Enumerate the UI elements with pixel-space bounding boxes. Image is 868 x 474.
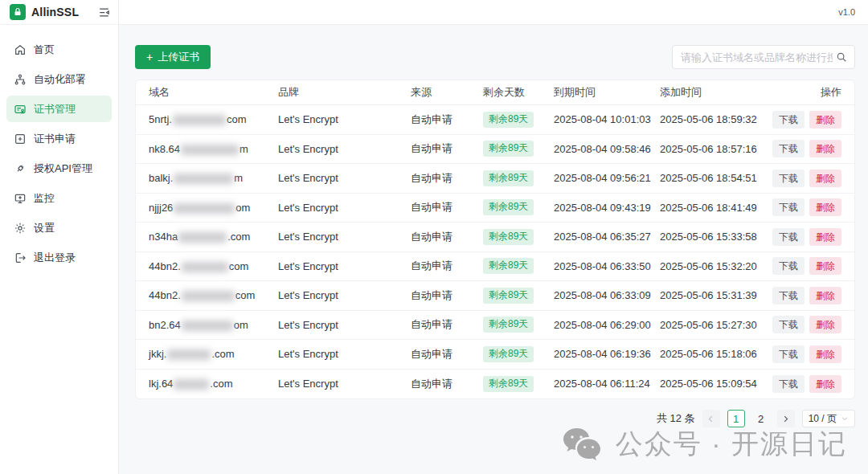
pagination: 共 12 条 12 10 / 页: [135, 410, 855, 427]
sidebar-item-4[interactable]: 授权API管理: [6, 155, 112, 182]
delete-button[interactable]: 删除: [809, 287, 841, 304]
column-header: 到期时间: [554, 85, 660, 100]
api-plug-icon: [14, 162, 27, 175]
added-time-cell: 2025-05-06 15:32:20: [660, 260, 772, 272]
delete-button[interactable]: 删除: [809, 228, 841, 246]
main-area: v1.0 + 上传证书 域名品牌来源剩余天数到期时间添加时间操作 5nrtj.c…: [119, 0, 868, 474]
domain-suffix: com: [235, 289, 256, 301]
domain-cell: 44bn2.com: [149, 289, 278, 301]
blurred-domain-segment: [174, 379, 209, 390]
delete-button[interactable]: 删除: [809, 170, 841, 187]
sidebar-item-7[interactable]: 退出登录: [6, 244, 112, 271]
domain-suffix: m: [240, 143, 248, 155]
source-cell: 自动申请: [411, 112, 483, 127]
brand-cell: Let's Encrypt: [278, 113, 411, 125]
domain-prefix: nk8.64: [149, 143, 180, 155]
download-button[interactable]: 下载: [772, 228, 805, 246]
download-button[interactable]: 下载: [772, 257, 805, 275]
page-button-current[interactable]: 1: [727, 410, 745, 427]
delete-button[interactable]: 删除: [809, 257, 841, 275]
blurred-domain-segment: [182, 291, 235, 301]
added-time-cell: 2025-05-06 15:27:30: [660, 319, 772, 331]
download-button[interactable]: 下载: [772, 345, 805, 363]
expire-time-cell: 2025-08-04 06:19:36: [554, 348, 660, 360]
certificate-icon: [14, 103, 27, 116]
column-header: 添加时间: [660, 85, 772, 100]
source-cell: 自动申请: [411, 317, 483, 332]
delete-button[interactable]: 删除: [809, 140, 841, 157]
delete-button[interactable]: 删除: [809, 345, 841, 363]
page-size-select[interactable]: 10 / 页: [802, 410, 855, 427]
toolbar: + 上传证书: [135, 45, 855, 69]
added-time-cell: 2025-05-06 15:31:39: [660, 289, 772, 301]
domain-prefix: 44bn2.: [149, 260, 181, 272]
column-header: 剩余天数: [483, 85, 554, 100]
download-button[interactable]: 下载: [772, 140, 805, 157]
search-input[interactable]: [681, 51, 833, 63]
added-time-cell: 2025-05-06 15:33:58: [660, 231, 772, 243]
brand-cell: Let's Encrypt: [278, 143, 411, 155]
sidebar-item-2[interactable]: 证书管理: [6, 96, 112, 122]
table-body: 5nrtj.comLet's Encrypt自动申请剩余89天2025-08-0…: [136, 105, 854, 398]
delete-button[interactable]: 删除: [809, 198, 841, 216]
delete-button[interactable]: 删除: [809, 111, 841, 129]
brand-cell: Let's Encrypt: [278, 289, 411, 301]
sidebar-item-3[interactable]: 证书申请: [6, 125, 112, 152]
days-left-cell: 剩余89天: [483, 170, 554, 186]
download-button[interactable]: 下载: [772, 287, 805, 304]
table-header-row: 域名品牌来源剩余天数到期时间添加时间操作: [136, 80, 854, 105]
domain-suffix: m: [234, 172, 243, 184]
prev-page-button[interactable]: [702, 410, 720, 427]
sidebar-item-5[interactable]: 监控: [6, 185, 112, 211]
monitor-icon: [14, 192, 27, 205]
download-button[interactable]: 下载: [772, 316, 805, 333]
days-left-badge: 剩余89天: [483, 141, 534, 157]
search-icon[interactable]: [836, 51, 847, 63]
table-row: nk8.64mLet's Encrypt自动申请剩余89天2025-08-04 …: [136, 135, 854, 165]
collapse-sidebar-icon[interactable]: [98, 6, 110, 18]
added-time-cell: 2025-05-06 18:57:16: [660, 143, 772, 155]
app-window: AllinSSL 首页自动化部署证书管理证书申请授权API管理监控设置退出登录 …: [0, 0, 868, 474]
blurred-domain-segment: [181, 145, 239, 155]
deploy-icon: [14, 73, 27, 86]
source-cell: 自动申请: [411, 347, 483, 362]
column-header: 域名: [149, 85, 278, 100]
days-left-cell: 剩余89天: [483, 141, 554, 157]
days-left-badge: 剩余89天: [483, 258, 534, 274]
sidebar-item-0[interactable]: 首页: [6, 36, 112, 63]
download-button[interactable]: 下载: [772, 170, 805, 187]
sidebar-item-6[interactable]: 设置: [6, 215, 112, 241]
domain-cell: bn2.64om: [149, 319, 278, 331]
page-button[interactable]: 2: [752, 410, 770, 427]
source-cell: 自动申请: [411, 171, 483, 186]
days-left-badge: 剩余89天: [483, 229, 534, 245]
actions-cell: 下载删除: [772, 111, 841, 129]
domain-cell: lkj.64.com: [149, 378, 278, 390]
domain-prefix: jkkj.: [149, 348, 166, 360]
expire-time-cell: 2025-08-04 06:29:00: [554, 319, 660, 331]
domain-cell: balkj.m: [149, 172, 278, 184]
download-button[interactable]: 下载: [772, 111, 805, 129]
certificate-table: 域名品牌来源剩余天数到期时间添加时间操作 5nrtj.comLet's Encr…: [135, 80, 855, 399]
source-cell: 自动申请: [411, 288, 483, 303]
page-size-value: 10 / 页: [809, 412, 837, 426]
days-left-cell: 剩余89天: [483, 229, 554, 245]
days-left-badge: 剩余89天: [483, 376, 534, 392]
next-page-button[interactable]: [777, 410, 795, 427]
expire-time-cell: 2025-08-04 06:33:09: [554, 289, 660, 301]
upload-certificate-button[interactable]: + 上传证书: [135, 45, 211, 69]
domain-cell: n34ha.com: [149, 231, 278, 243]
delete-button[interactable]: 删除: [809, 375, 841, 393]
added-time-cell: 2025-05-06 18:41:49: [660, 202, 772, 214]
sidebar-item-1[interactable]: 自动化部署: [6, 66, 112, 92]
domain-suffix: .com: [227, 231, 250, 243]
upload-certificate-label: 上传证书: [158, 50, 199, 64]
added-time-cell: 2025-05-06 18:59:32: [660, 113, 772, 125]
source-cell: 自动申请: [411, 377, 483, 391]
download-button[interactable]: 下载: [772, 375, 805, 393]
table-row: bn2.64omLet's Encrypt自动申请剩余89天2025-08-04…: [136, 311, 854, 341]
download-button[interactable]: 下载: [772, 198, 805, 216]
page-numbers: 12: [727, 410, 770, 427]
expire-time-cell: 2025-08-04 06:35:27: [554, 231, 660, 243]
delete-button[interactable]: 删除: [809, 316, 841, 333]
